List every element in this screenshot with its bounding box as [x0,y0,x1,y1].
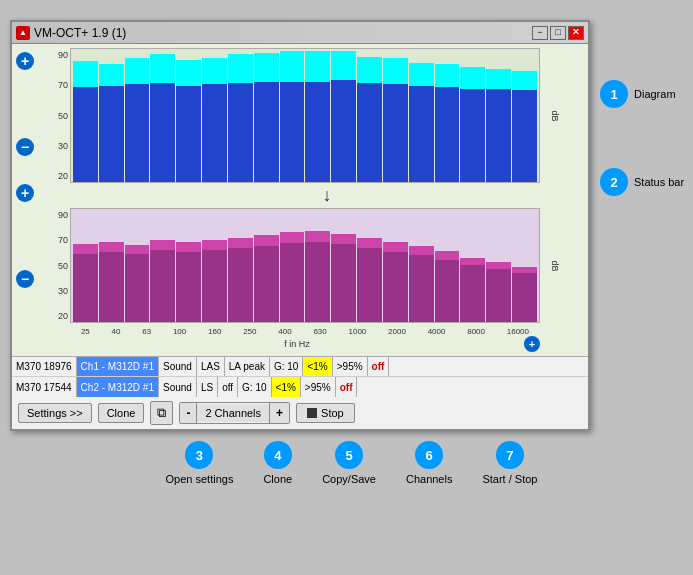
bar-group-bottom [150,211,175,322]
bar-light [486,262,511,269]
annotation-6: 6 Channels [406,441,452,485]
bar-cyan [460,67,485,89]
annotation-label-7: Start / Stop [482,473,537,485]
bar-light [460,258,485,265]
minimize-button[interactable]: − [532,26,548,40]
bar-cyan [305,51,330,82]
bar-blue [435,87,460,182]
bar-dark [486,269,511,322]
bar-group-bottom [435,211,460,322]
bar-group-top [254,51,279,182]
maximize-button[interactable]: □ [550,26,566,40]
bar-group-top [331,51,356,182]
annotation-label-4: Clone [263,473,292,485]
bar-dark [409,255,434,322]
bar-cyan [357,57,382,83]
bar-dark [73,254,98,322]
status-bar: M370 18976Ch1 - M312D #1SoundLASLA peakG… [12,357,588,397]
zoom-out-bottom-button[interactable]: − [16,270,34,288]
chart-bottom [70,208,540,323]
main-window: ▲ VM-OCT+ 1.9 (1) − □ ✕ + − + − [10,20,590,431]
bar-cyan [486,69,511,89]
status-cell: LAS [197,357,225,376]
status-cell: <1% [303,357,332,376]
bar-light [409,246,434,255]
bar-group-top [73,51,98,182]
annotation-label-6: Channels [406,473,452,485]
bar-cyan [99,64,124,86]
bar-group-bottom [486,211,511,322]
bar-group-bottom [254,211,279,322]
bar-group-bottom [202,211,227,322]
zoom-in-bottom-button[interactable]: + [16,184,34,202]
bar-blue [99,86,124,182]
bar-dark [331,244,356,322]
bar-light [305,231,330,242]
bar-dark [202,250,227,322]
bar-dark [254,246,279,322]
annotation-circle-2: 2 [600,168,628,196]
db-label-top: dB [549,110,559,121]
annotation-label-3: Open settings [166,473,234,485]
bar-dark [99,252,124,322]
status-cell: off [368,357,390,376]
status-cell: off [336,377,358,397]
stop-label: Stop [321,407,344,419]
annotation-label-status: Status bar [634,176,684,188]
close-button[interactable]: ✕ [568,26,584,40]
stop-icon [307,408,317,418]
bar-group-top [512,51,537,182]
bar-light [357,238,382,248]
bar-group-bottom [305,211,330,322]
bar-blue [150,83,175,182]
bar-light [228,238,253,248]
status-cell: M370 17544 [12,377,77,397]
bar-blue [383,84,408,182]
settings-button[interactable]: Settings >> [18,403,92,423]
bar-group-top [176,51,201,182]
bar-group-top [357,51,382,182]
bar-blue [486,89,511,182]
bar-cyan [150,54,175,83]
bar-blue [512,90,537,182]
annotation-5: 5 Copy/Save [322,441,376,485]
bar-group-bottom [99,211,124,322]
status-cell: G: 10 [238,377,271,397]
copy-save-button[interactable]: ⧉ [150,401,173,425]
bar-dark [435,260,460,322]
bar-blue [305,82,330,182]
zoom-plus-bottom-right[interactable]: + [524,336,540,352]
x-axis-title: f in Hz [284,339,310,349]
status-cell: off [218,377,238,397]
bar-dark [305,242,330,322]
window-title: VM-OCT+ 1.9 (1) [34,26,126,40]
stop-button[interactable]: Stop [296,403,355,423]
bar-blue [357,83,382,182]
clone-button[interactable]: Clone [98,403,145,423]
bar-blue [73,87,98,182]
bar-group-top [435,51,460,182]
zoom-out-top-button[interactable]: − [16,138,34,156]
annotation-circle-5: 5 [335,441,363,469]
annotation-circle-3: 3 [185,441,213,469]
bar-group-top [383,51,408,182]
annotation-circle-6: 6 [415,441,443,469]
annotation-4: 4 Clone [263,441,292,485]
annotation-circle-7: 7 [496,441,524,469]
annotation-7: 7 Start / Stop [482,441,537,485]
status-cell: LS [197,377,218,397]
status-cell: <1% [272,377,301,397]
channels-plus-button[interactable]: + [269,403,289,423]
bar-group-top [125,51,150,182]
bar-group-top [486,51,511,182]
status-cell: Sound [159,357,197,376]
bar-cyan [176,60,201,86]
bar-light [254,235,279,246]
bar-blue [409,86,434,182]
bar-light [383,242,408,252]
channels-minus-button[interactable]: - [180,403,197,423]
status-row: M370 17544Ch2 - M312D #1SoundLSoffG: 10<… [12,377,588,397]
zoom-in-top-button[interactable]: + [16,52,34,70]
bar-dark [150,250,175,322]
bar-blue [176,86,201,182]
